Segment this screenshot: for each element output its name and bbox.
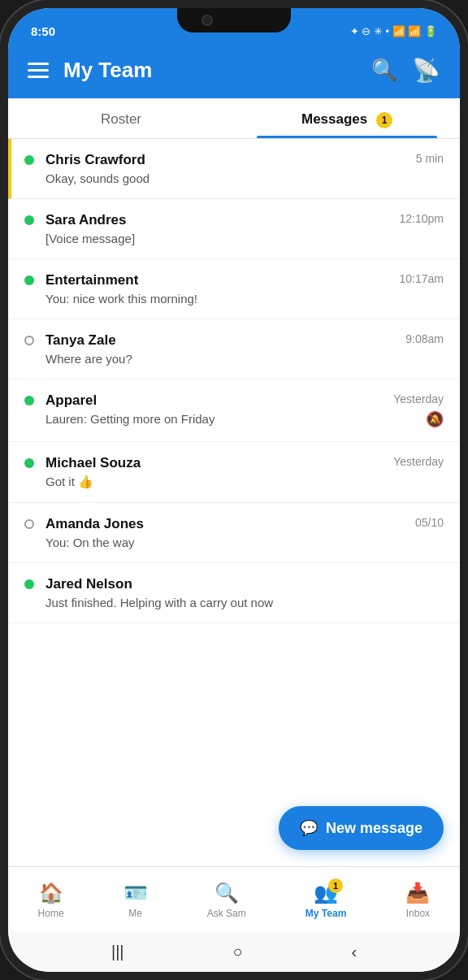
phone-screen: 8:50 ✦ ⊖ ✳ • 📶 📶 🔋 My Team 🔍 📡 Roster bbox=[8, 8, 460, 972]
search-icon[interactable]: 🔍 bbox=[371, 58, 397, 83]
status-icons: ✦ ⊖ ✳ • 📶 📶 🔋 bbox=[350, 25, 437, 37]
message-content: ApparelLauren: Getting more on Friday bbox=[46, 392, 385, 426]
message-preview: Lauren: Getting more on Friday bbox=[46, 412, 385, 426]
nav-my-team-label: My Team bbox=[306, 908, 346, 919]
app-header: My Team 🔍 📡 bbox=[8, 49, 460, 98]
message-name: Apparel bbox=[46, 392, 385, 409]
message-name: Michael Souza bbox=[46, 455, 385, 471]
status-dot bbox=[24, 579, 34, 589]
message-item[interactable]: Tanya ZaleWhere are you?9:08am bbox=[8, 319, 460, 379]
message-name: Jared Nelson bbox=[46, 576, 436, 592]
message-time: 12:10pm bbox=[400, 212, 444, 225]
message-time: Yesterday bbox=[393, 392, 444, 405]
phone-nav-bar: ||| ○ ‹ bbox=[8, 931, 460, 972]
tab-messages[interactable]: Messages 1 bbox=[234, 98, 460, 138]
message-content: Tanya ZaleWhere are you? bbox=[46, 332, 397, 366]
message-meta: 5 min bbox=[416, 152, 444, 165]
message-content: Jared NelsonJust finished. Helping with … bbox=[46, 576, 436, 609]
nav-me-label: Me bbox=[128, 908, 142, 919]
status-dot bbox=[24, 215, 34, 225]
messages-list: Chris CrawfordOkay, sounds good5 minSara… bbox=[8, 139, 460, 866]
nav-home[interactable]: 🏠 Home bbox=[38, 882, 64, 919]
status-dot bbox=[24, 336, 34, 345]
message-time: 05/10 bbox=[415, 516, 444, 529]
message-item[interactable]: Sara Andres[Voice message]12:10pm bbox=[8, 199, 460, 259]
message-meta: Yesterday bbox=[393, 455, 444, 468]
tab-roster[interactable]: Roster bbox=[8, 98, 234, 138]
status-dot bbox=[24, 155, 34, 165]
message-name: Tanya Zale bbox=[46, 332, 397, 349]
message-preview: You: nice work this morning! bbox=[46, 292, 392, 306]
ask-sam-icon: 🔍 bbox=[214, 882, 239, 904]
camera bbox=[202, 15, 213, 26]
message-meta: 9:08am bbox=[405, 332, 444, 345]
message-preview: Where are you? bbox=[46, 352, 397, 366]
nav-ask-sam[interactable]: 🔍 Ask Sam bbox=[207, 882, 246, 919]
back-btn[interactable]: ‹ bbox=[351, 943, 357, 961]
home-icon: 🏠 bbox=[39, 882, 63, 904]
status-dot bbox=[24, 458, 34, 468]
message-time: 9:08am bbox=[405, 332, 444, 345]
message-meta: Yesterday🔕 bbox=[393, 392, 444, 428]
message-item[interactable]: ApparelLauren: Getting more on FridayYes… bbox=[8, 379, 460, 442]
message-name: Amanda Jones bbox=[46, 516, 407, 532]
messages-badge: 1 bbox=[376, 112, 392, 128]
message-time: Yesterday bbox=[393, 455, 444, 468]
inbox-icon: 📥 bbox=[405, 882, 430, 904]
header-left: My Team bbox=[28, 58, 152, 83]
message-meta: 05/10 bbox=[415, 516, 444, 529]
message-preview: Got it 👍 bbox=[46, 475, 385, 489]
me-icon: 🪪 bbox=[124, 882, 148, 904]
message-item[interactable]: EntertainmentYou: nice work this morning… bbox=[8, 259, 460, 319]
tabs-bar: Roster Messages 1 bbox=[8, 98, 460, 139]
team-nav-badge: 1 bbox=[328, 878, 343, 893]
message-time: 10:17am bbox=[400, 272, 444, 285]
status-time: 8:50 bbox=[31, 24, 55, 38]
message-preview: [Voice message] bbox=[46, 232, 392, 245]
message-preview: Okay, sounds good bbox=[46, 171, 408, 185]
message-name: Chris Crawford bbox=[46, 152, 408, 168]
message-item[interactable]: Jared NelsonJust finished. Helping with … bbox=[8, 563, 460, 623]
status-dot bbox=[24, 275, 34, 285]
message-content: Michael SouzaGot it 👍 bbox=[46, 455, 385, 489]
message-preview: Just finished. Helping with a carry out … bbox=[46, 596, 436, 609]
message-name: Entertainment bbox=[46, 272, 392, 288]
broadcast-icon[interactable]: 📡 bbox=[412, 57, 440, 84]
nav-home-label: Home bbox=[38, 908, 64, 919]
message-time: 5 min bbox=[416, 152, 444, 165]
nav-me[interactable]: 🪪 Me bbox=[124, 882, 148, 919]
menu-icon[interactable] bbox=[28, 63, 49, 78]
message-content: Sara Andres[Voice message] bbox=[46, 212, 392, 245]
header-right: 🔍 📡 bbox=[371, 57, 440, 84]
new-message-button[interactable]: 💬 New message bbox=[279, 806, 444, 850]
mute-icon: 🔕 bbox=[426, 410, 444, 428]
status-dot bbox=[24, 519, 34, 529]
home-btn[interactable]: ○ bbox=[232, 943, 242, 961]
signal-icons: ✦ ⊖ ✳ • 📶 📶 🔋 bbox=[350, 25, 437, 37]
message-name: Sara Andres bbox=[46, 212, 392, 228]
status-dot bbox=[24, 396, 34, 405]
nav-ask-sam-label: Ask Sam bbox=[207, 908, 246, 919]
new-message-icon: 💬 bbox=[300, 819, 318, 837]
notch bbox=[177, 8, 291, 33]
message-item[interactable]: Amanda JonesYou: On the way05/10 bbox=[8, 503, 460, 563]
message-content: Amanda JonesYou: On the way bbox=[46, 516, 407, 549]
nav-inbox[interactable]: 📥 Inbox bbox=[405, 882, 430, 919]
nav-inbox-label: Inbox bbox=[406, 908, 430, 919]
nav-my-team[interactable]: 👥 1 My Team bbox=[306, 882, 346, 919]
page-title: My Team bbox=[63, 58, 152, 83]
bottom-nav: 🏠 Home 🪪 Me 🔍 Ask Sam 👥 1 My Team 📥 I bbox=[8, 866, 460, 931]
message-content: Chris CrawfordOkay, sounds good bbox=[46, 152, 408, 185]
recents-btn[interactable]: ||| bbox=[111, 943, 124, 961]
message-item[interactable]: Chris CrawfordOkay, sounds good5 min bbox=[8, 139, 460, 199]
message-meta: 10:17am bbox=[400, 272, 444, 285]
message-content: EntertainmentYou: nice work this morning… bbox=[46, 272, 392, 306]
message-preview: You: On the way bbox=[46, 536, 407, 549]
phone-frame: 8:50 ✦ ⊖ ✳ • 📶 📶 🔋 My Team 🔍 📡 Roster bbox=[0, 0, 468, 980]
new-message-label: New message bbox=[326, 820, 422, 837]
message-meta: 12:10pm bbox=[400, 212, 444, 225]
message-item[interactable]: Michael SouzaGot it 👍Yesterday bbox=[8, 442, 460, 503]
